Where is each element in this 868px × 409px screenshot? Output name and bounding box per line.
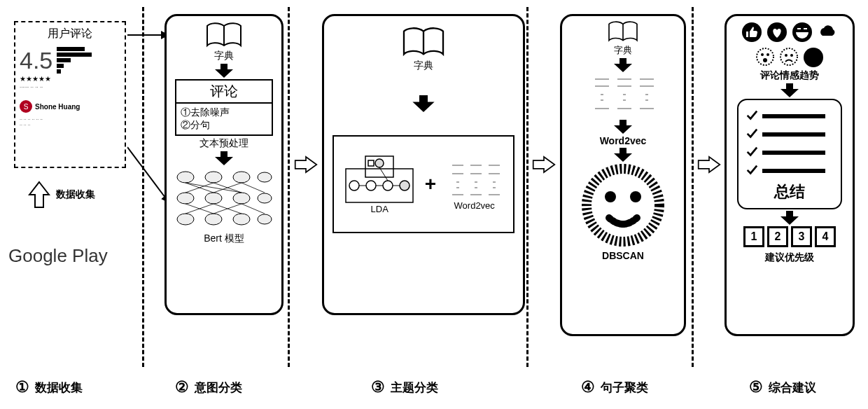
check-item bbox=[746, 145, 834, 160]
dictionary-icon bbox=[203, 22, 245, 50]
stage-label-4: ④ 句子聚类 bbox=[581, 378, 648, 396]
sad-icon bbox=[779, 47, 799, 67]
cloud-icon bbox=[817, 22, 838, 43]
down-arrow-2b bbox=[214, 150, 234, 167]
priority-label: 建议优先级 bbox=[765, 251, 814, 264]
svg-point-28 bbox=[366, 181, 376, 190]
w2v-label-3: Word2vec bbox=[454, 200, 495, 211]
svg-point-10 bbox=[177, 214, 194, 225]
stage-label-2: ② 意图分类 bbox=[175, 378, 242, 396]
intent-panel: 字典 评论 ①去除噪声 ②分句 文本预处理 bbox=[164, 14, 284, 315]
stage-num-4: ④ bbox=[581, 378, 595, 396]
svg-point-7 bbox=[205, 193, 222, 204]
svg-point-2 bbox=[177, 172, 194, 183]
matrix-icon-4 bbox=[588, 74, 658, 118]
stage-num-3: ③ bbox=[371, 378, 385, 396]
svg-point-69 bbox=[630, 191, 641, 202]
avatar: S bbox=[20, 100, 32, 113]
stage-label-5: ⑤ 综合建议 bbox=[749, 378, 816, 396]
flow-arrow-1 bbox=[294, 154, 318, 175]
svg-point-78 bbox=[763, 58, 767, 62]
stage-label-1: ① 数据收集 bbox=[15, 378, 83, 396]
dict-label-4: 字典 bbox=[614, 44, 632, 57]
down-arrow-4b bbox=[612, 118, 634, 135]
matrix-icon-3: Word2vec bbox=[447, 158, 503, 211]
stage-text-4: 句子聚类 bbox=[601, 380, 648, 396]
review-snippet: ·· ·· ·· ·· ·· ···· ·· ·· bbox=[20, 117, 120, 129]
svg-point-29 bbox=[383, 181, 393, 190]
bert-network-icon bbox=[175, 167, 273, 233]
priority-4: 4 bbox=[815, 226, 836, 247]
svg-point-8 bbox=[233, 193, 250, 204]
dict-label-2: 字典 bbox=[214, 50, 234, 62]
stage-text-1: 数据收集 bbox=[35, 380, 83, 396]
stage-text-5: 综合建议 bbox=[769, 380, 816, 396]
svg-point-13 bbox=[258, 214, 272, 224]
svg-point-67 bbox=[587, 169, 659, 242]
svg-point-12 bbox=[233, 214, 250, 225]
laugh-icon bbox=[792, 22, 813, 43]
stage-label-3: ③ 主题分类 bbox=[371, 378, 438, 396]
flow-arrow-2 bbox=[532, 154, 556, 175]
svg-point-77 bbox=[766, 53, 769, 56]
dictionary-icon-3 bbox=[399, 26, 448, 60]
lda-graph-icon: LDA bbox=[344, 155, 414, 214]
svg-line-22 bbox=[241, 204, 265, 214]
svg-point-3 bbox=[205, 172, 222, 183]
bert-label: Bert 模型 bbox=[204, 233, 244, 245]
check-item bbox=[746, 109, 834, 124]
down-arrow-5b bbox=[779, 209, 800, 226]
stage-text-3: 主题分类 bbox=[391, 380, 438, 396]
stage-num-1: ① bbox=[15, 378, 29, 396]
down-arrow-2a bbox=[214, 62, 234, 79]
svg-point-79 bbox=[780, 48, 797, 65]
surprised-icon bbox=[755, 47, 775, 67]
dict-label-3: 字典 bbox=[414, 60, 433, 72]
svg-line-15 bbox=[186, 183, 241, 193]
collect-arrow: 数据收集 bbox=[28, 181, 95, 209]
priority-1: 1 bbox=[743, 226, 764, 247]
svg-point-9 bbox=[258, 193, 272, 203]
rating-value: 4.5 bbox=[20, 47, 52, 74]
svg-line-36 bbox=[379, 167, 388, 181]
flow-arrow-3 bbox=[697, 154, 721, 175]
review-box-title: 评论 bbox=[176, 81, 272, 104]
stage-text-2: 意图分类 bbox=[195, 380, 242, 396]
priority-2: 2 bbox=[767, 226, 788, 247]
svg-point-81 bbox=[790, 54, 793, 57]
svg-point-6 bbox=[177, 193, 194, 204]
lda-label: LDA bbox=[371, 204, 388, 214]
source-label: Google Play bbox=[8, 245, 108, 267]
svg-rect-32 bbox=[368, 160, 374, 166]
preprocess-label: 文本预处理 bbox=[200, 137, 248, 150]
svg-rect-74 bbox=[804, 28, 807, 29]
summary-label: 总结 bbox=[746, 181, 834, 202]
svg-point-11 bbox=[205, 214, 222, 225]
down-arrow-5a bbox=[779, 82, 800, 99]
rating-subtext: ······ ·· ·· ·· bbox=[20, 84, 120, 90]
sentiment-label: 评论情感趋势 bbox=[760, 69, 819, 82]
svg-line-1 bbox=[127, 147, 169, 203]
svg-rect-73 bbox=[797, 28, 801, 29]
thumbs-up-icon bbox=[741, 22, 762, 43]
svg-point-75 bbox=[757, 48, 774, 65]
down-arrow-4a bbox=[612, 57, 634, 74]
user-review-title: 用户评论 bbox=[20, 27, 120, 41]
emoji-row bbox=[734, 22, 846, 68]
dbscan-face-icon bbox=[581, 163, 665, 250]
down-arrow-3 bbox=[411, 93, 436, 114]
preprocess-step1: ①去除噪声 bbox=[181, 106, 267, 119]
down-arrow-4c bbox=[612, 146, 634, 163]
plus-sign: + bbox=[425, 173, 436, 195]
dictionary-icon-4 bbox=[606, 20, 640, 44]
svg-point-68 bbox=[605, 191, 616, 202]
preprocess-step2: ②分句 bbox=[181, 119, 267, 132]
stage-num-5: ⑤ bbox=[749, 378, 763, 396]
check-item bbox=[746, 163, 834, 179]
w2v-label-4: Word2vec bbox=[600, 135, 647, 146]
angry-icon bbox=[803, 47, 824, 68]
cluster-panel: 字典 Word2vec bbox=[560, 14, 686, 336]
heart-icon bbox=[766, 22, 788, 43]
topic-panel: 字典 LDA + bbox=[322, 14, 525, 315]
svg-point-5 bbox=[258, 172, 272, 182]
